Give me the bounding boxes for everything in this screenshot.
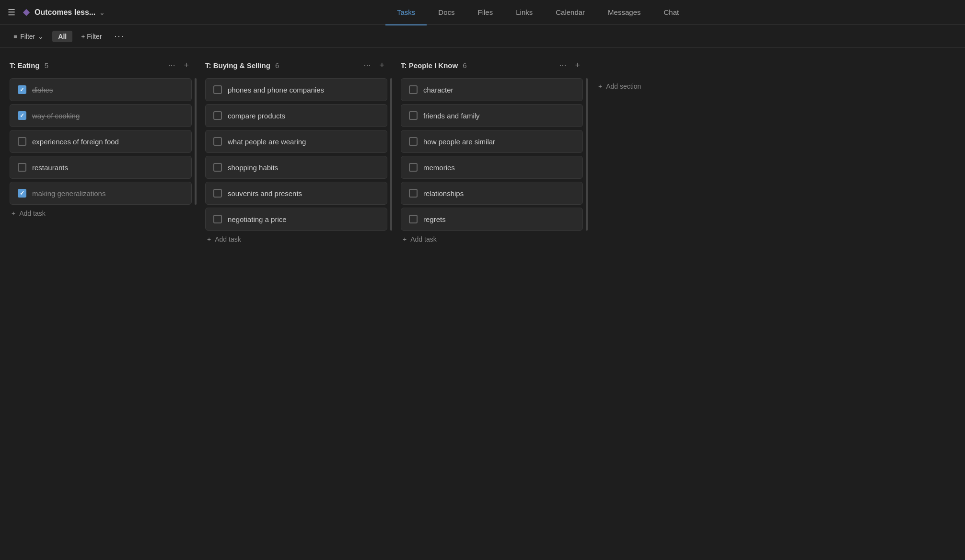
column-buying-selling-more-button[interactable]: ··· [360,59,373,71]
task-label: phones and phone companies [228,86,324,94]
column-buying-selling-title: T: Buying & Selling 6 [205,61,279,70]
task-label: negotiating a price [228,215,287,223]
task-checkbox[interactable] [18,137,26,146]
brand: Outcomes less... [22,8,95,17]
task-item[interactable]: what people are wearing [205,130,387,153]
task-checkbox[interactable] [409,85,418,94]
tab-docs[interactable]: Docs [427,5,466,19]
buying-selling-add-task-button[interactable]: + Add task [205,231,243,248]
task-item[interactable]: friends and family [401,104,583,127]
people-i-know-add-task-button[interactable]: + Add task [401,231,439,248]
brand-name: Outcomes less... [35,8,95,17]
column-eating-header: T: Eating 5 ··· + [10,59,192,71]
brand-logo [22,8,31,17]
column-buying-selling-add-button[interactable]: + [376,59,387,71]
task-checkbox[interactable] [213,189,222,198]
task-label: shopping habits [228,163,278,172]
add-filter-button[interactable]: + Filter [77,31,105,42]
task-label: what people are wearing [228,138,306,146]
task-checkbox[interactable] [213,85,222,94]
brand-chevron-icon[interactable]: ⌄ [99,9,105,16]
tab-calendar[interactable]: Calendar [544,5,596,19]
plus-icon: + [403,235,407,243]
column-people-i-know-more-button[interactable]: ··· [556,59,569,71]
column-eating-count: 5 [45,61,48,70]
add-task-label: Add task [19,210,45,217]
filter-more-button[interactable]: ··· [110,29,128,43]
task-item[interactable]: phones and phone companies [205,78,387,101]
add-task-label: Add task [215,235,241,243]
task-item[interactable]: relationships [401,182,583,205]
task-checkbox[interactable] [409,189,418,198]
tab-files[interactable]: Files [466,5,505,19]
tab-messages[interactable]: Messages [596,5,652,19]
task-item[interactable]: compare products [205,104,387,127]
column-eating-add-button[interactable]: + [181,59,192,71]
task-checkbox[interactable] [18,163,26,172]
column-people-i-know-title: T: People I Know 6 [401,61,467,70]
task-item[interactable]: experiences of foreign food [10,130,192,153]
column-buying-selling: T: Buying & Selling 6 ··· + phones and p… [205,59,387,248]
task-item[interactable]: character [401,78,583,101]
filter-all-button[interactable]: All [52,31,72,42]
column-people-i-know: T: People I Know 6 ··· + character frien… [401,59,583,248]
task-checkbox[interactable] [409,163,418,172]
task-checkbox[interactable] [213,163,222,172]
filter-label: Filter [20,33,35,40]
task-item[interactable]: restaurants [10,156,192,179]
plus-icon: + [598,82,602,90]
task-label: how people are similar [423,138,495,146]
task-label: compare products [228,112,285,120]
filter-bar: ≡ Filter ⌄ All + Filter ··· [0,25,965,48]
task-checkbox[interactable] [18,189,26,198]
task-label: way of cooking [32,112,80,120]
people-i-know-task-list: character friends and family how people … [401,78,583,231]
task-checkbox[interactable] [409,215,418,223]
add-task-label: Add task [410,235,436,243]
main-content: T: Eating 5 ··· + dishes way of cooking [0,48,965,560]
eating-add-task-button[interactable]: + Add task [10,205,47,222]
tab-links[interactable]: Links [504,5,544,19]
hamburger-icon[interactable]: ☰ [8,7,15,18]
task-item[interactable]: dishes [10,78,192,101]
task-item[interactable]: shopping habits [205,156,387,179]
task-checkbox[interactable] [18,85,26,94]
task-checkbox[interactable] [213,137,222,146]
task-checkbox[interactable] [18,111,26,120]
column-buying-selling-actions: ··· + [360,59,387,71]
task-item[interactable]: negotiating a price [205,208,387,231]
plus-icon: + [12,210,15,217]
task-label: dishes [32,86,53,94]
task-item[interactable]: how people are similar [401,130,583,153]
task-checkbox[interactable] [213,215,222,223]
eating-task-list: dishes way of cooking experiences of for… [10,78,192,205]
add-section-button[interactable]: + Add section [596,78,643,95]
buying-selling-task-list: phones and phone companies compare produ… [205,78,387,231]
column-people-i-know-actions: ··· + [556,59,583,71]
task-label: souvenirs and presents [228,189,302,198]
column-eating-more-button[interactable]: ··· [165,59,178,71]
task-label: relationships [423,189,464,198]
task-label: friends and family [423,112,480,120]
task-item[interactable]: memories [401,156,583,179]
nav-tabs: Tasks Docs Files Links Calendar Messages… [118,5,957,19]
column-buying-selling-count: 6 [275,61,279,70]
filter-button[interactable]: ≡ Filter ⌄ [10,31,47,42]
task-checkbox[interactable] [213,111,222,120]
task-label: character [423,86,453,94]
task-item[interactable]: souvenirs and presents [205,182,387,205]
add-section-label: Add section [606,82,641,90]
filter-chevron-icon: ⌄ [38,33,44,40]
tab-tasks[interactable]: Tasks [385,5,427,19]
task-item[interactable]: regrets [401,208,583,231]
column-people-i-know-add-button[interactable]: + [572,59,583,71]
task-checkbox[interactable] [409,137,418,146]
task-label: regrets [423,215,446,223]
tab-chat[interactable]: Chat [652,5,690,19]
top-navigation: ☰ Outcomes less... ⌄ Tasks Docs Files Li… [0,0,965,25]
column-people-i-know-header: T: People I Know 6 ··· + [401,59,583,71]
task-item[interactable]: making generalizations [10,182,192,205]
column-buying-selling-header: T: Buying & Selling 6 ··· + [205,59,387,71]
task-checkbox[interactable] [409,111,418,120]
task-item[interactable]: way of cooking [10,104,192,127]
